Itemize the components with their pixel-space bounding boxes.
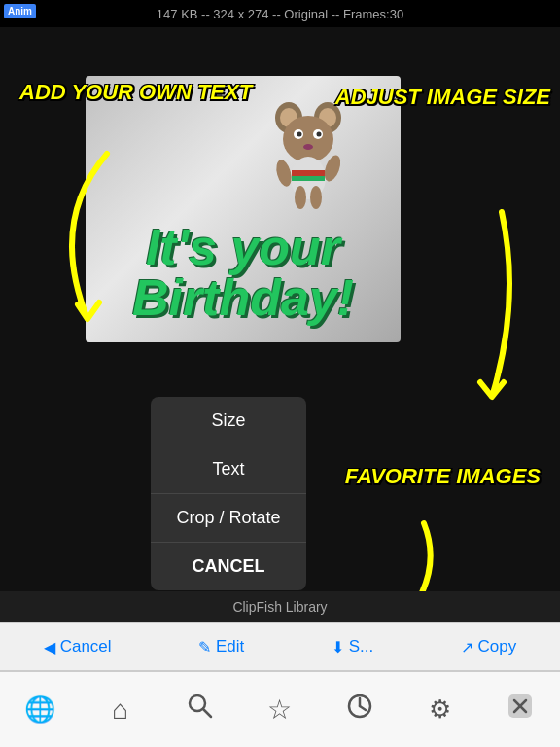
svg-point-4 xyxy=(283,116,333,162)
search-icon xyxy=(187,693,214,727)
svg-point-15 xyxy=(295,186,306,209)
svg-rect-11 xyxy=(292,170,325,176)
edit-icon: ✎ xyxy=(198,638,211,657)
svg-rect-12 xyxy=(292,176,325,181)
nav-globe[interactable]: 🌐 xyxy=(16,686,64,734)
save-icon: ⬇ xyxy=(332,638,344,657)
star-icon: ☆ xyxy=(267,694,292,726)
copy-button[interactable]: ↗ Copy xyxy=(451,629,527,664)
svg-line-18 xyxy=(203,709,211,717)
menu-item-cancel[interactable]: CANCEL xyxy=(151,543,306,590)
birthday-text: It's yourBirthday! xyxy=(122,212,364,333)
library-bar[interactable]: ClipFish Library xyxy=(0,591,560,622)
save-button[interactable]: ⬇ S... xyxy=(322,629,384,664)
edit-label: Edit xyxy=(216,637,244,657)
edit-button[interactable]: ✎ Edit xyxy=(189,629,254,664)
svg-point-9 xyxy=(303,144,313,150)
svg-line-21 xyxy=(360,706,366,710)
adjust-size-arrow xyxy=(443,202,541,420)
library-label: ClipFish Library xyxy=(232,599,327,615)
nav-star[interactable]: ☆ xyxy=(256,686,304,734)
menu-item-crop-rotate[interactable]: Crop / Rotate xyxy=(151,494,306,543)
home-icon: ⌂ xyxy=(112,694,128,726)
cancel-button[interactable]: ◀ Cancel xyxy=(34,629,122,664)
anim-badge: Anim xyxy=(4,4,36,18)
svg-point-13 xyxy=(274,159,295,189)
nav-close[interactable] xyxy=(496,686,544,734)
bottom-nav: 🌐 ⌂ ☆ ⚙ xyxy=(0,671,560,747)
action-toolbar: ◀ Cancel ✎ Edit ⬇ S... ↗ Copy xyxy=(0,622,560,671)
globe-icon: 🌐 xyxy=(24,694,55,725)
favorite-arrow xyxy=(366,514,482,591)
svg-point-8 xyxy=(317,132,322,137)
copy-icon: ↗ xyxy=(461,638,473,657)
copy-label: Copy xyxy=(478,637,517,657)
nav-settings[interactable]: ⚙ xyxy=(416,686,465,734)
image-area: It's yourBirthday! ADD YOUR OWN TEXT ADJ… xyxy=(0,27,560,591)
gif-preview[interactable]: It's yourBirthday! xyxy=(86,76,401,342)
cancel-arrow-icon: ◀ xyxy=(44,638,55,657)
settings-icon: ⚙ xyxy=(429,694,451,725)
context-menu[interactable]: Size Text Crop / Rotate CANCEL xyxy=(151,397,306,590)
menu-item-size[interactable]: Size xyxy=(151,397,306,445)
close-icon xyxy=(507,693,534,727)
save-label: S... xyxy=(349,637,374,657)
nav-home[interactable]: ⌂ xyxy=(95,686,144,734)
svg-point-16 xyxy=(310,186,322,209)
history-icon xyxy=(346,693,373,727)
character-image xyxy=(264,95,352,222)
svg-point-7 xyxy=(298,132,302,137)
cancel-label: Cancel xyxy=(60,637,112,657)
favorite-annotation: FAVORITE IMAGES xyxy=(345,465,541,488)
nav-history[interactable] xyxy=(335,686,384,734)
nav-search[interactable] xyxy=(176,686,225,734)
info-bar: 147 KB -- 324 x 274 -- Original -- Frame… xyxy=(0,0,560,27)
menu-item-text[interactable]: Text xyxy=(151,445,306,494)
info-text: 147 KB -- 324 x 274 -- Original -- Frame… xyxy=(157,7,403,21)
